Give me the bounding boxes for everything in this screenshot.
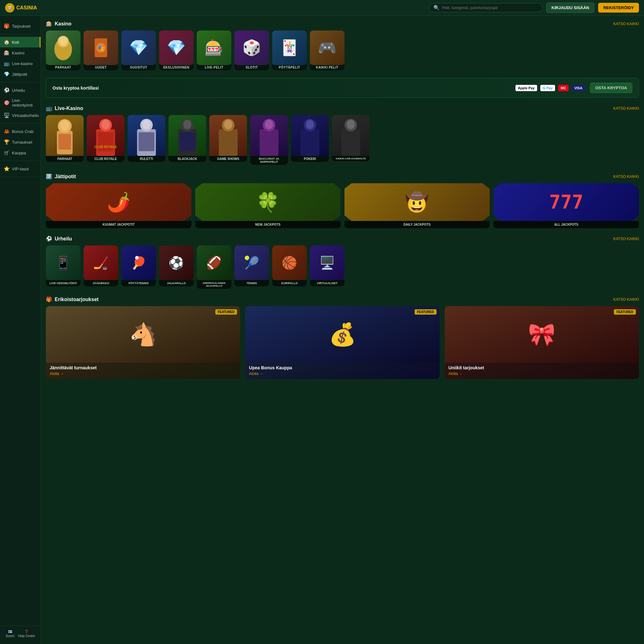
sidebar-item-virtuaaliurheilu[interactable]: 🖥️ Virtuaaliurheilu [0, 110, 41, 121]
offer-turnaukset-link[interactable]: Aloita → [46, 372, 240, 379]
jattipotit-see-all[interactable]: KATSO KAIKKI [613, 174, 639, 179]
offer-bonus-link[interactable]: Aloita → [245, 372, 439, 379]
jackpot-kuumat[interactable]: 🌶️ KUUMAT JACKPOTIT [46, 183, 191, 228]
kasino-cat-live-image: 🎰 [197, 30, 231, 65]
kasino-see-all[interactable]: KATSO KAIKKI [613, 22, 639, 26]
kasino-cat-ekslusiivinen[interactable]: 💎 EKSLUSIIVINEN [159, 30, 194, 70]
jattipotit-section: 7️⃣ Jättipotit KATSO KAIKKI 🌶️ KUUMAT JA… [46, 173, 639, 228]
sports-poytatennis-label: PÖYTÄTENNIS [121, 280, 156, 286]
offer-turnaukset-image: 🐴 [46, 306, 240, 363]
sidebar-section-offers: 🎁 Tarjoukset [0, 18, 41, 34]
live-kasino-title-text: Live-Kasino [55, 106, 83, 111]
svg-rect-27 [260, 129, 278, 156]
live-cat-ruletti-image [128, 115, 165, 156]
search-input[interactable] [442, 6, 538, 10]
sidebar-item-tarjoukset[interactable]: 🎁 Tarjoukset [0, 21, 41, 31]
sports-jaakiekko[interactable]: 🏒 JÄÄKIEKKO [84, 245, 118, 289]
sports-jaakiekko-image: 🏒 [84, 245, 118, 280]
urheilu-icon: ⚽ [46, 236, 52, 242]
jackpot-new[interactable]: 🍀 NEW JACKPOTS [195, 183, 341, 228]
sports-amerikkalainen-label: AMERIKKALAINEN JALKAPALLO [197, 280, 231, 289]
offer-turnaukset[interactable]: FEATURED 🐴 Jännittävät turnaukset Aloita… [46, 306, 240, 379]
live-cat-club-royale[interactable]: CLUB ROYALE CLUB ROYALE [87, 115, 124, 165]
live-cat-baccarat[interactable]: BACCARAT JA NOPPAPELIT [250, 115, 288, 165]
sidebar-item-bonus-crab[interactable]: 🦀 Bonus Crab [0, 126, 41, 137]
live-kasino-header: 📺 Live-Kasino KATSO KAIKKI [46, 105, 639, 111]
kasino-cat-poyta[interactable]: 🃏 PÖYTÄPELIT [272, 30, 307, 70]
sidebar-item-vip[interactable]: ⭐ VIP-tasot [0, 163, 41, 174]
live-cat-kaikki[interactable]: KAIKKI LIVE-KASINOLTA [332, 115, 370, 165]
sidebar-item-koti[interactable]: 🏠 Koti [0, 37, 41, 47]
live-cat-blackjack[interactable]: BLACKJACK [168, 115, 206, 165]
sports-tennis-image: 🎾 [234, 245, 269, 280]
sidebar-item-kauppa[interactable]: 🛒 Kauppa [0, 147, 41, 158]
live-cat-parhaat[interactable]: PARHAAT [46, 115, 84, 165]
kasino-cat-slotit[interactable]: 🎲 SLOTIT [234, 30, 269, 70]
svg-rect-19 [139, 132, 154, 151]
live-kasino-icon: 📺 [46, 105, 52, 111]
kasino-section-header: 🎰 Kasino KATSO KAIKKI [46, 21, 639, 27]
svg-text:🎭: 🎭 [97, 45, 105, 52]
kasino-cat-kaikki[interactable]: 🎮 KAIKKI PELIT [310, 30, 344, 70]
sidebar-item-live-vedonly[interactable]: 🎯 Live-vedonlyönti [0, 96, 41, 110]
sports-live-vedonlyonti[interactable]: 📱 LIVE-VEDONLYÖNTI [46, 245, 80, 289]
live-cat-kaikki-image [332, 115, 370, 156]
kasino-cat-parhaat[interactable]: PARHAAT [46, 30, 80, 70]
login-button[interactable]: KIRJAUDU SISÄÄN [546, 3, 595, 13]
sidebar-item-jattipotit[interactable]: 💎 Jättipotit [0, 69, 41, 80]
sidebar-item-live-kasino[interactable]: 📺 Live-kasino [0, 58, 41, 69]
erikoistoarjoukset-title-text: Erikoistoarjoukset [55, 297, 99, 302]
sidebar-item-kasino[interactable]: 🎰 Kasino [0, 47, 41, 58]
offer-bonus-kauppa[interactable]: FEATURED 💰 Upea Bonus Kauppa Aloita → [245, 306, 439, 379]
sidebar-label-koti: Koti [12, 40, 19, 45]
sports-jalkapallo[interactable]: ⚽ JALKAPALLO [159, 245, 194, 289]
kasino-cat-uudet[interactable]: 🎭 UUDET [84, 30, 118, 70]
live-kasino-see-all[interactable]: KATSO KAIKKI [613, 106, 639, 111]
sidebar-footer-help[interactable]: ❓ Help Centre [18, 630, 35, 638]
jackpot-all[interactable]: 777 ALL JACKPOTS [493, 183, 639, 228]
sports-amerikkalainen[interactable]: 🏈 AMERIKKALAINEN JALKAPALLO [197, 245, 231, 289]
offer-uniikit-link[interactable]: Aloita → [445, 372, 639, 379]
crypto-buy-button[interactable]: OSTA KRYPTOA [590, 83, 632, 93]
jackpot-kuumat-image: 🌶️ [46, 183, 191, 221]
jackpot-new-label: NEW JACKPOTS [195, 221, 341, 228]
live-cat-gameshows[interactable]: GAME SHOWS [209, 115, 247, 165]
svg-rect-24 [219, 129, 238, 156]
live-cat-ruletti[interactable]: RULETTI [128, 115, 165, 165]
urheilu-section: ⚽ Urheilu KATSO KAIKKI 📱 LIVE-VEDONLYÖNT… [46, 236, 639, 289]
sidebar-item-urheilu[interactable]: ⚽ Urheilu [0, 85, 41, 96]
kasino-cat-suositut[interactable]: 💎 SUOSITUT [121, 30, 156, 70]
live-cat-gameshows-image [209, 115, 247, 156]
header: 🎰 CASINIA 🔍 KIRJAUDU SISÄÄN REKISTERÖIDY [0, 0, 644, 16]
offers-row: FEATURED 🐴 Jännittävät turnaukset Aloita… [46, 306, 639, 379]
sidebar-section-vip: ⭐ VIP-tasot [0, 161, 41, 177]
logo[interactable]: 🎰 CASINIA [5, 3, 37, 13]
search-bar[interactable]: 🔍 [429, 3, 542, 12]
sports-poytatennis[interactable]: 🏓 PÖYTÄTENNIS [121, 245, 156, 289]
sports-icon: ⚽ [4, 87, 9, 93]
sidebar-item-turnaukset[interactable]: 🏆 Turnaukset [0, 137, 41, 147]
kasino-cat-ekslusiivinen-label: EKSLUSIIVINEN [159, 64, 194, 70]
sports-tennis[interactable]: 🎾 TENNIS [234, 245, 269, 289]
sidebar-footer-suomi[interactable]: 🇫🇮 Suomi [6, 630, 14, 638]
offer-uniikit[interactable]: FEATURED 🎀 Uniikit tarjoukset Aloita → [445, 306, 639, 379]
sports-tennis-label: TENNIS [234, 280, 269, 286]
kasino-cat-live-pelit[interactable]: 🎰 LIVE-PELIT [197, 30, 231, 70]
erikoistoarjoukset-header: 🎁 Erikoistoarjoukset KATSO KAIKKI [46, 296, 639, 302]
urheilu-see-all[interactable]: KATSO KAIKKI [613, 237, 639, 241]
live-cat-pokeri[interactable]: POKERI [291, 115, 329, 165]
register-button[interactable]: REKISTERÖIDY [598, 3, 639, 13]
sports-virtuaaliset[interactable]: 🖥️ VIRTUAALISET [310, 245, 344, 289]
svg-rect-10 [58, 134, 71, 150]
sports-koripallo[interactable]: 🏀 KORIPALLO [272, 245, 307, 289]
kasino-cat-parhaat-image [46, 30, 80, 65]
jackpot-daily[interactable]: 🤠 DAILY JACKPOTS [344, 183, 490, 228]
sidebar-section-sports: ⚽ Urheilu 🎯 Live-vedonlyönti 🖥️ Virtuaal… [0, 82, 41, 124]
erikoistoarjoukset-see-all[interactable]: KATSO KAIKKI [613, 297, 639, 302]
svg-point-2 [59, 36, 67, 45]
offer-uniikit-title: Uniikit tarjoukset [445, 363, 639, 372]
jattipotit-title: 7️⃣ Jättipotit [46, 173, 76, 179]
sidebar-section-main: 🏠 Koti 🎰 Kasino 📺 Live-kasino 💎 Jättipot… [0, 34, 41, 82]
offer-uniikit-badge: FEATURED [614, 309, 636, 315]
kasino-cat-kaikki-image: 🎮 [310, 30, 344, 65]
